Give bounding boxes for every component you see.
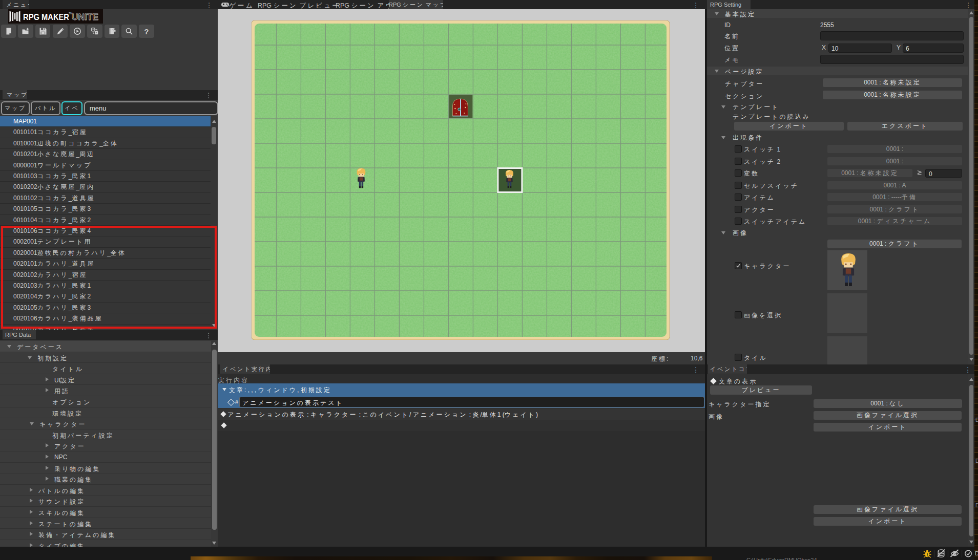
svg-text:UNITE: UNITE <box>72 12 98 22</box>
svg-text:!: ! <box>927 552 928 557</box>
svg-text:RPG MAKER: RPG MAKER <box>23 12 69 22</box>
svg-text:?: ? <box>144 28 149 35</box>
